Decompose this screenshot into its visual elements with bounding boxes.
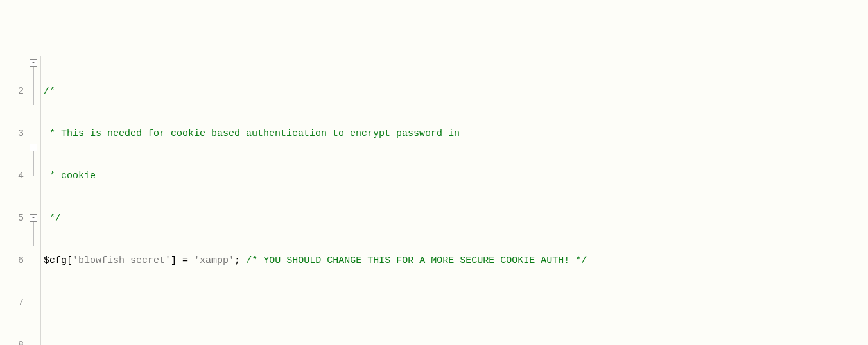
comment-text: * This is needed for cookie based authen… xyxy=(44,128,460,139)
line-number: 4 xyxy=(0,169,24,183)
code-line-4: * cookie xyxy=(44,169,868,183)
comment-trailing: /* YOU SHOULD CHANGE THIS FOR A MORE SEC… xyxy=(240,255,587,266)
code-line-2: /* xyxy=(44,85,868,99)
code-editor: 2 3 4 5 6 7 8 9 10 11 12 13 14 15 16 17 … xyxy=(0,56,868,345)
line-number: 3 xyxy=(0,127,24,141)
semicolon: ; xyxy=(234,255,240,266)
line-number-gutter: 2 3 4 5 6 7 8 9 10 11 12 13 14 15 16 17 … xyxy=(0,56,28,345)
comment-close: */ xyxy=(44,213,61,224)
bracket: [ xyxy=(67,255,73,266)
fold-guide-line xyxy=(33,151,34,176)
fold-guide-line xyxy=(33,67,34,105)
comment-text: * cookie xyxy=(44,171,96,181)
fold-margin: - - - xyxy=(28,56,41,345)
string-value: 'xampp' xyxy=(194,255,234,266)
code-line-7 xyxy=(44,296,868,310)
fold-toggle-icon[interactable]: - xyxy=(30,144,37,151)
fold-toggle-icon[interactable]: - xyxy=(30,214,37,222)
operator: = xyxy=(177,255,194,266)
code-line-6: $cfg['blowfish_secret'] = 'xampp'; /* YO… xyxy=(44,254,868,268)
line-number: 6 xyxy=(0,254,24,268)
annotation-overlay-top xyxy=(41,317,336,324)
code-line-3: * This is needed for cookie based authen… xyxy=(44,127,868,141)
annotation-overlay-bottom xyxy=(41,341,336,345)
variable: $cfg xyxy=(44,255,67,266)
line-number: 7 xyxy=(0,296,24,310)
fold-guide-line xyxy=(33,222,34,246)
fold-toggle-icon[interactable]: - xyxy=(30,59,37,67)
code-line-5: */ xyxy=(44,212,868,226)
array-key: 'blowfish_secret' xyxy=(73,255,171,266)
code-area[interactable]: /* * This is needed for cookie based aut… xyxy=(41,56,868,345)
bracket: ] xyxy=(171,255,177,266)
line-number: 5 xyxy=(0,212,24,226)
line-number: 8 xyxy=(0,339,24,345)
comment-open: /* xyxy=(44,86,55,97)
line-number: 2 xyxy=(0,85,24,99)
